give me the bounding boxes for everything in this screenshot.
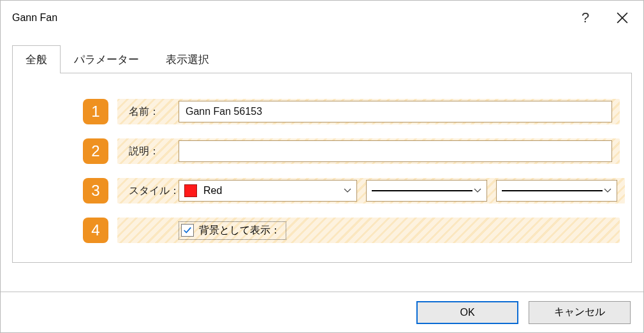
field-area-description [179,140,612,162]
linestyle-dropdown[interactable] [366,180,487,202]
ok-button-label: OK [460,307,474,318]
check-icon [183,226,192,235]
row-description: 2 説明： [24,138,620,164]
close-button[interactable] [604,1,641,35]
name-input-value: Gann Fan 56153 [186,106,262,117]
tabpanel-general: 1 名前： Gann Fan 56153 2 説明： [12,73,632,263]
row-name: 1 名前： Gann Fan 56153 [24,99,620,124]
tab-display-label: 表示選択 [166,54,209,66]
titlebar: Gann Fan ? [1,1,643,35]
chevron-down-icon [472,188,483,193]
cancel-button[interactable]: キャンセル [529,301,631,324]
tab-parameters-label: パラメーター [74,54,139,66]
badge-3: 3 [83,178,108,204]
row-style: 3 スタイル： Red [24,178,620,204]
stripe-background: 背景として表示： [117,218,620,243]
help-icon: ? [582,10,589,26]
dialog-title: Gann Fan [12,12,567,24]
label-name: 名前： [117,105,179,119]
stripe-style: スタイル： Red [117,178,625,204]
badge-2: 2 [83,138,108,164]
badge-1: 1 [83,99,108,124]
field-area-name: Gann Fan 56153 [179,101,612,122]
linewidth-preview [502,190,603,191]
linestyle-preview [372,190,472,191]
label-description: 説明： [117,145,179,158]
background-checkbox[interactable] [181,224,194,237]
help-button[interactable]: ? [567,1,604,35]
badge-4: 4 [83,218,108,243]
row-background: 4 背景として表示： [24,218,620,243]
dialog-body: 全般 パラメーター 表示選択 1 名前： Gann Fan 56153 [1,35,643,292]
background-checkbox-label: 背景として表示： [199,224,281,237]
stripe-name: 名前： Gann Fan 56153 [117,99,620,124]
chevron-down-icon [342,188,353,193]
color-name: Red [203,185,222,196]
chevron-down-icon [603,188,613,193]
close-icon [617,12,628,24]
name-input[interactable]: Gann Fan 56153 [179,101,612,122]
tab-general-label: 全般 [26,54,47,66]
stripe-description: 説明： [117,138,620,164]
linewidth-content [502,190,603,191]
background-checkbox-wrap[interactable]: 背景として表示： [179,221,286,240]
tab-parameters[interactable]: パラメーター [61,45,152,73]
label-style: スタイル： [117,184,179,198]
color-dropdown-content: Red [184,184,342,197]
ok-button[interactable]: OK [416,301,518,324]
tab-display[interactable]: 表示選択 [152,45,223,73]
tabstrip: 全般 パラメーター 表示選択 [12,45,632,73]
dialog: Gann Fan ? 全般 パラメーター 表示選択 1 [0,0,644,333]
cancel-button-label: キャンセル [554,306,605,319]
field-area-style: Red [179,180,617,202]
linewidth-dropdown[interactable] [496,180,617,202]
color-dropdown[interactable]: Red [179,180,357,202]
linestyle-content [372,190,472,191]
description-input[interactable] [179,140,612,162]
dialog-footer: OK キャンセル [1,292,643,332]
color-swatch [184,184,197,197]
field-area-background: 背景として表示： [179,221,612,240]
tab-general[interactable]: 全般 [12,45,61,73]
